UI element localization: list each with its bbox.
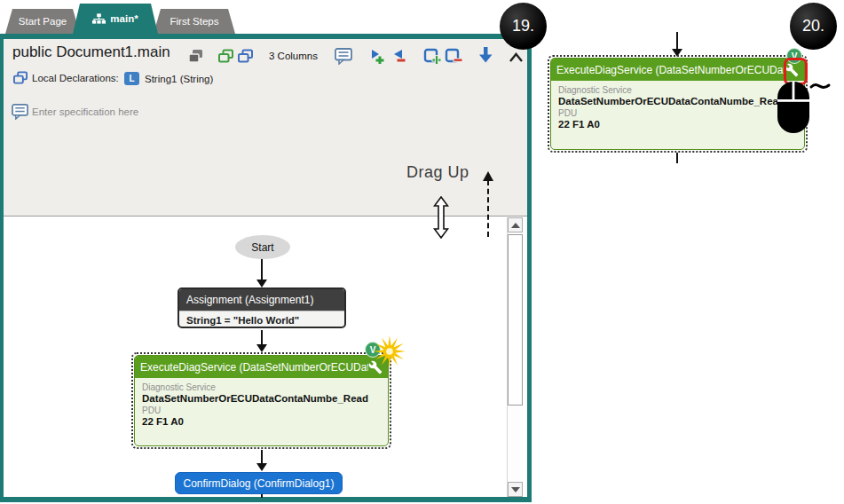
- local-declarations-label: Local Declarations:: [32, 73, 119, 83]
- local-declarations-icon: [11, 69, 30, 87]
- diagservice-title: ExecuteDiagService (DataSetNumberOrECUDa…: [556, 64, 785, 76]
- step-20-badge: 20.: [790, 3, 837, 50]
- diagservice-title: ExecuteDiagService (DataSetNumberOrECUDa…: [140, 361, 368, 374]
- remove-frame-button[interactable]: [444, 47, 463, 65]
- square-plus-icon: [423, 48, 441, 65]
- scroll-down-icon: [511, 487, 520, 492]
- start-node[interactable]: Start: [235, 235, 290, 259]
- flow-connector: [261, 450, 263, 464]
- chevron-up-icon: [508, 51, 525, 63]
- tab-label: First Steps: [170, 16, 219, 27]
- overlap-windows-blue-icon: [237, 49, 254, 64]
- cascade-green-button[interactable]: [216, 47, 235, 65]
- flow-connector: [261, 494, 263, 498]
- confirmdialog-node[interactable]: ConfirmDialog (ConfirmDialog1): [175, 472, 343, 494]
- triangle-minus-icon: [390, 49, 406, 64]
- diagservice-detail-node[interactable]: ExecuteDiagService (DataSetNumberOrECUDa…: [550, 58, 805, 150]
- start-label: Start: [251, 241, 273, 254]
- scrollbar-thumb[interactable]: [508, 234, 523, 406]
- tab-label: main*: [110, 13, 138, 24]
- document-header: public Document1.main 3 Columns: [4, 39, 527, 216]
- pdu-value: 22 F1 A0: [558, 119, 797, 130]
- flowchart-canvas[interactable]: Start Assignment (Assignment1) String1 =…: [4, 216, 527, 497]
- tab-main[interactable]: main*: [73, 4, 158, 34]
- overlap-windows-gray-icon: [187, 49, 204, 64]
- tab-first-steps[interactable]: First Steps: [154, 9, 235, 34]
- pdu-label: PDU: [142, 406, 381, 415]
- flow-connector: [261, 259, 263, 280]
- drag-direction-dashed-line: [487, 180, 489, 237]
- scroll-down-button[interactable]: [508, 482, 523, 497]
- specification-icon: [11, 103, 30, 121]
- vertical-scrollbar[interactable]: [507, 217, 523, 497]
- pdu-label: PDU: [558, 108, 797, 118]
- pdu-value: 22 F1 A0: [142, 416, 381, 427]
- square-minus-icon: [445, 48, 462, 65]
- arrow-down-icon: [477, 45, 494, 64]
- add-frame-button[interactable]: [422, 47, 442, 65]
- scroll-up-button[interactable]: [508, 217, 523, 232]
- scroll-up-icon: [511, 223, 520, 228]
- remove-step-button[interactable]: [389, 47, 408, 65]
- local-variable-chip[interactable]: String1 (String): [145, 74, 213, 84]
- flowchart-icon: [92, 13, 106, 24]
- step-19-badge: 19.: [500, 3, 547, 50]
- starburst-icon: [374, 335, 406, 367]
- assignment-expression: String1 = "Hello World": [179, 311, 344, 328]
- window-layout-button[interactable]: [185, 47, 205, 65]
- cascade-blue-button[interactable]: [235, 47, 255, 65]
- drag-up-hint: Drag Up: [406, 163, 469, 182]
- tab-label: Start Page: [19, 16, 67, 27]
- service-value: DataSetNumberOrECUDataContaNumbe_Read: [558, 96, 797, 106]
- resize-double-arrow-icon: [433, 196, 449, 239]
- confirmdialog-title: ConfirmDialog (ConfirmDialog1): [183, 477, 334, 490]
- local-variable-badge: L: [124, 72, 139, 85]
- overlap-windows-green-icon: [217, 49, 234, 64]
- mouse-click-icon: [776, 75, 832, 138]
- assignment-node[interactable]: Assignment (Assignment1) String1 = "Hell…: [177, 287, 346, 328]
- service-label: Diagnostic Service: [558, 85, 797, 95]
- move-down-button[interactable]: [476, 45, 495, 63]
- tab-start-page[interactable]: Start Page: [5, 9, 80, 34]
- comment-button[interactable]: [334, 47, 353, 65]
- service-label: Diagnostic Service: [142, 382, 381, 392]
- collapse-header-button[interactable]: [506, 48, 525, 66]
- specification-placeholder[interactable]: Enter specification here: [32, 106, 138, 117]
- screenshot-stage: Start Page main* First Steps public Docu…: [0, 0, 844, 504]
- flow-connector: [261, 330, 263, 345]
- columns-label[interactable]: 3 Columns: [269, 51, 318, 61]
- diagservice-node[interactable]: ExecuteDiagService (DataSetNumberOrECUDa…: [134, 355, 389, 446]
- comment-icon: [335, 48, 353, 65]
- assignment-title: Assignment (Assignment1): [179, 289, 344, 311]
- triangle-plus-icon: [369, 49, 385, 64]
- insert-step-button[interactable]: [367, 47, 387, 65]
- overlay-connector: [676, 153, 678, 163]
- service-value: DataSetNumberOrECUDataContaNumbe_Read: [142, 393, 381, 404]
- overlay-connector: [676, 32, 678, 50]
- page-title: public Document1.main: [12, 43, 170, 61]
